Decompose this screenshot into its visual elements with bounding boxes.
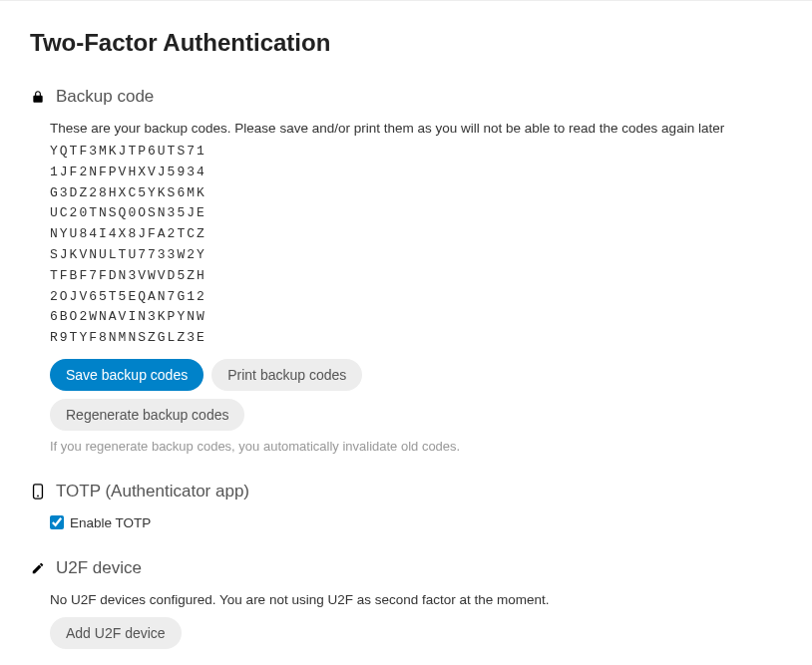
- backup-code-item: YQTF3MKJTP6UTS71: [50, 142, 782, 163]
- phone-icon: [30, 484, 46, 499]
- u2f-header: U2F device: [30, 558, 782, 578]
- regenerate-backup-codes-button[interactable]: Regenerate backup codes: [50, 399, 244, 431]
- lock-icon: [30, 89, 46, 105]
- totp-section: TOTP (Authenticator app) Enable TOTP: [30, 482, 782, 530]
- backup-code-item: TFBF7FDN3VWVD5ZH: [50, 266, 782, 287]
- print-backup-codes-button[interactable]: Print backup codes: [211, 359, 362, 391]
- u2f-section: U2F device No U2F devices configured. Yo…: [30, 558, 782, 649]
- backup-code-item: 2OJV65T5EQAN7G12: [50, 287, 782, 308]
- save-backup-codes-button[interactable]: Save backup codes: [50, 359, 203, 391]
- backup-code-item: SJKVNULTU7733W2Y: [50, 245, 782, 266]
- backup-code-section: Backup code These are your backup codes.…: [30, 87, 782, 454]
- add-u2f-device-button[interactable]: Add U2F device: [50, 617, 182, 649]
- svg-point-1: [37, 496, 39, 498]
- backup-code-item: NYU84I4X8JFA2TCZ: [50, 224, 782, 245]
- page-title: Two-Factor Authentication: [30, 29, 782, 57]
- backup-code-header: Backup code: [30, 87, 782, 107]
- totp-heading: TOTP (Authenticator app): [56, 482, 249, 501]
- backup-code-description: These are your backup codes. Please save…: [50, 121, 782, 136]
- backup-code-item: R9TYF8NMNSZGLZ3E: [50, 328, 782, 349]
- totp-header: TOTP (Authenticator app): [30, 482, 782, 501]
- backup-code-item: UC20TNSQ0OSN35JE: [50, 203, 782, 224]
- u2f-heading: U2F device: [56, 558, 142, 578]
- u2f-description: No U2F devices configured. You are not u…: [50, 592, 782, 607]
- pencil-icon: [30, 560, 46, 576]
- backup-codes-list: YQTF3MKJTP6UTS71 1JF2NFPVHXVJ5934 G3DZ28…: [50, 142, 782, 349]
- backup-code-item: G3DZ28HXC5YKS6MK: [50, 183, 782, 204]
- backup-code-item: 1JF2NFPVHXVJ5934: [50, 163, 782, 183]
- backup-code-item: 6BO2WNAVIN3KPYNW: [50, 307, 782, 328]
- enable-totp-checkbox[interactable]: [50, 515, 64, 529]
- enable-totp-label[interactable]: Enable TOTP: [70, 515, 151, 530]
- backup-code-heading: Backup code: [56, 87, 154, 107]
- regenerate-hint: If you regenerate backup codes, you auto…: [50, 439, 782, 454]
